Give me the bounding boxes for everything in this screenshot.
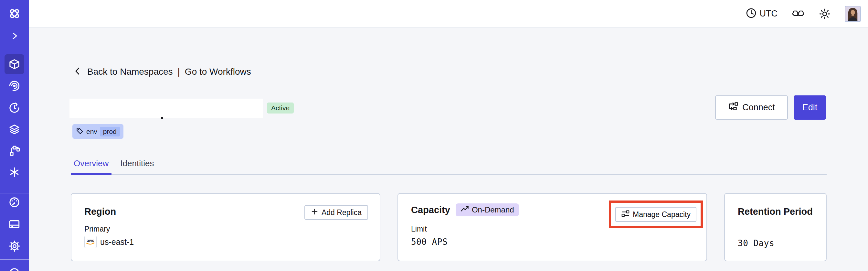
add-replica-label: Add Replica xyxy=(321,208,362,217)
region-primary-label: Primary xyxy=(84,224,110,234)
temporal-logo-icon[interactable] xyxy=(0,7,29,20)
sidebar-item-layers-icon[interactable] xyxy=(0,124,29,136)
breadcrumb-workflows-link[interactable]: Go to Workflows xyxy=(185,67,251,77)
sliders-tune-icon xyxy=(621,209,629,219)
back-chevron-icon[interactable] xyxy=(73,67,83,77)
sidebar-item-settings-gear-icon[interactable] xyxy=(0,240,29,252)
capacity-card-header: Capacity On-Demand xyxy=(411,203,519,216)
on-demand-badge: On-Demand xyxy=(456,203,519,216)
add-replica-button[interactable]: Add Replica xyxy=(304,205,368,220)
region-value: us-east-1 xyxy=(100,237,134,247)
labs-glasses-icon[interactable] xyxy=(792,9,805,19)
sidebar-item-namespaces-cube-icon[interactable] xyxy=(0,58,29,70)
clock-icon xyxy=(746,7,757,20)
on-demand-label: On-Demand xyxy=(472,205,514,214)
sidebar-item-billing-card-icon[interactable] xyxy=(0,218,29,230)
status-badge: Active xyxy=(267,102,294,114)
region-value-row: aws us-east-1 xyxy=(84,236,134,248)
tag-value: prod xyxy=(100,127,120,137)
capacity-card: Capacity On-Demand xyxy=(398,193,707,261)
sidebar-divider xyxy=(0,259,29,260)
user-avatar[interactable] xyxy=(845,6,861,22)
connect-button-label: Connect xyxy=(742,102,775,113)
capacity-card-title: Capacity xyxy=(411,204,450,215)
namespace-title-redaction xyxy=(69,99,263,118)
sidebar-item-schedules-clock-icon[interactable] xyxy=(0,102,29,114)
sidebar-nav xyxy=(0,0,29,271)
theme-sun-icon[interactable] xyxy=(819,8,831,20)
timezone-label: UTC xyxy=(760,9,778,19)
plus-icon xyxy=(311,208,318,217)
retention-card: Retention Period 30 Days xyxy=(724,193,827,261)
manage-capacity-label: Manage Capacity xyxy=(633,210,690,219)
sidebar-item-usage-gauge-icon[interactable] xyxy=(0,196,29,208)
sidebar-expand-icon[interactable] xyxy=(0,31,29,41)
topbar: UTC xyxy=(29,0,868,28)
region-card: Region Add Replica Primary aws xyxy=(71,193,380,261)
breadcrumb-back-link[interactable]: Back to Namespaces xyxy=(87,67,173,77)
tab-identities[interactable]: Identities xyxy=(117,158,157,175)
edit-button[interactable]: Edit xyxy=(794,95,826,120)
region-card-title: Region xyxy=(84,206,116,217)
tag-key: env xyxy=(86,128,97,136)
sidebar-item-partial-circle-icon[interactable] xyxy=(0,267,29,271)
namespace-tag-chip[interactable]: env prod xyxy=(72,124,123,139)
breadcrumb-separator: | xyxy=(178,67,180,77)
sidebar-item-nexus-branch-icon[interactable] xyxy=(0,145,29,156)
overview-cards: Region Add Replica Primary aws xyxy=(71,193,827,261)
sidebar-item-workflows-spiral-icon[interactable] xyxy=(0,80,29,92)
sidebar-divider xyxy=(0,193,29,193)
timezone-selector[interactable]: UTC xyxy=(746,7,778,20)
retention-card-title: Retention Period xyxy=(738,206,813,217)
tab-bar: Overview Identities xyxy=(71,158,827,175)
annotation-highlight-box: Manage Capacity xyxy=(609,201,703,228)
retention-value: 30 Days xyxy=(738,238,774,248)
svg-text:aws: aws xyxy=(87,238,94,243)
sidebar-item-asterisk-icon[interactable] xyxy=(0,167,29,178)
aws-logo-icon: aws xyxy=(84,236,97,248)
breadcrumb: Back to Namespaces | Go to Workflows xyxy=(73,67,251,77)
redaction-artifact-dot xyxy=(161,117,163,119)
capacity-limit-value: 500 APS xyxy=(411,237,447,247)
manage-capacity-button[interactable]: Manage Capacity xyxy=(615,207,696,222)
temporal-cloud-namespace-page: UTC xyxy=(0,0,868,271)
edit-button-label: Edit xyxy=(802,102,817,113)
connect-flow-icon xyxy=(728,101,738,114)
connect-button[interactable]: Connect xyxy=(715,95,788,120)
tag-icon xyxy=(76,127,84,136)
trending-up-icon xyxy=(461,205,469,215)
tab-overview[interactable]: Overview xyxy=(71,158,112,175)
capacity-limit-label: Limit xyxy=(411,224,427,234)
